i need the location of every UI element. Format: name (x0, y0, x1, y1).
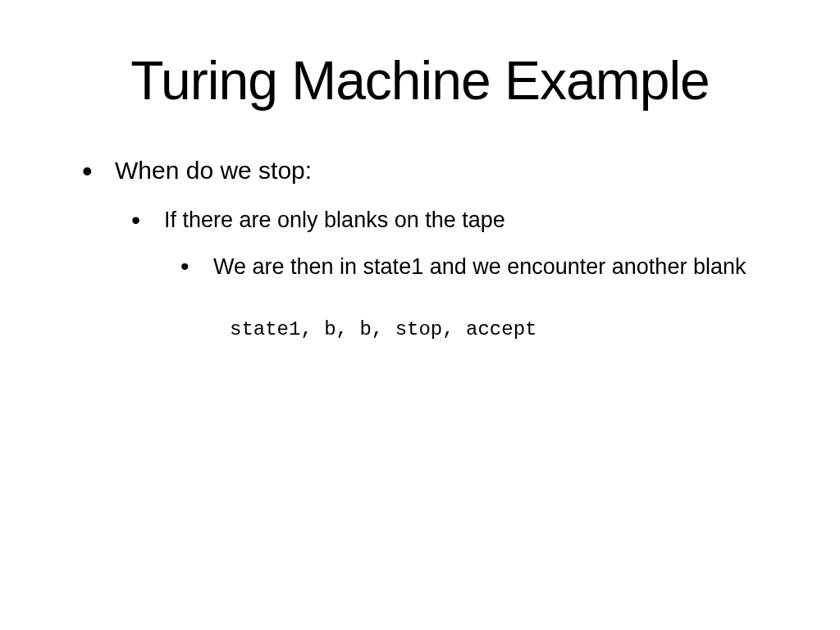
bullet-text: If there are only blanks on the tape (164, 208, 505, 232)
bullet-text: When do we stop: (115, 157, 312, 184)
slide-container: Turing Machine Example When do we stop: … (0, 0, 840, 630)
slide-title: Turing Machine Example (66, 49, 774, 112)
code-line: state1, b, b, stop, accept (66, 318, 774, 340)
bullet-list-level1: When do we stop: If there are only blank… (66, 157, 774, 281)
bullet-item-level2: If there are only blanks on the tape We … (131, 208, 774, 281)
bullet-list-level3: We are then in state1 and we encounter a… (164, 253, 774, 281)
bullet-list-level2: If there are only blanks on the tape We … (115, 208, 774, 281)
bullet-item-level3: We are then in state1 and we encounter a… (180, 253, 774, 281)
bullet-text: We are then in state1 and we encounter a… (213, 254, 746, 279)
bullet-item-level1: When do we stop: If there are only blank… (82, 157, 774, 281)
